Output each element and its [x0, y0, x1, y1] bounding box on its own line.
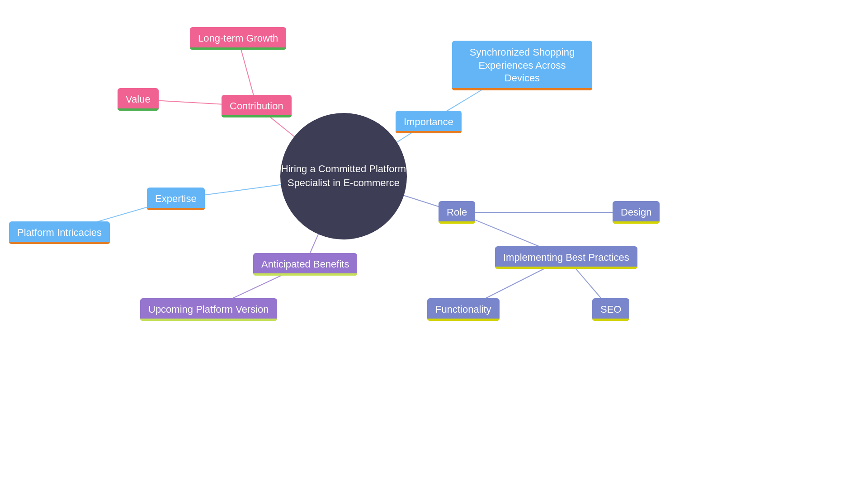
seo-node[interactable]: SEO: [592, 298, 629, 321]
center-node: Hiring a Committed Platform Specialist i…: [280, 113, 407, 239]
importance-label: Importance: [404, 116, 453, 128]
synchronized-label: Synchronized Shopping Experiences Across…: [460, 46, 584, 85]
long-term-growth-node[interactable]: Long-term Growth: [190, 27, 286, 50]
platform-intricacies-node[interactable]: Platform Intricacies: [9, 221, 110, 244]
upcoming-platform-label: Upcoming Platform Version: [148, 304, 269, 315]
platform-intricacies-label: Platform Intricacies: [17, 227, 102, 239]
implementing-best-label: Implementing Best Practices: [503, 252, 629, 263]
implementing-best-node[interactable]: Implementing Best Practices: [495, 246, 637, 269]
contribution-node[interactable]: Contribution: [222, 95, 292, 117]
functionality-node[interactable]: Functionality: [427, 298, 500, 321]
design-label: Design: [621, 206, 651, 218]
value-label: Value: [126, 94, 151, 105]
upcoming-platform-node[interactable]: Upcoming Platform Version: [140, 298, 277, 321]
anticipated-benefits-label: Anticipated Benefits: [261, 258, 349, 270]
role-label: Role: [447, 206, 467, 218]
importance-node[interactable]: Importance: [396, 111, 462, 133]
design-node[interactable]: Design: [613, 201, 660, 224]
functionality-label: Functionality: [435, 304, 491, 315]
expertise-node[interactable]: Expertise: [147, 188, 205, 210]
expertise-label: Expertise: [155, 193, 197, 205]
long-term-growth-label: Long-term Growth: [198, 33, 278, 44]
synchronized-node[interactable]: Synchronized Shopping Experiences Across…: [452, 41, 592, 90]
role-node[interactable]: Role: [439, 201, 475, 224]
contribution-label: Contribution: [230, 100, 283, 112]
center-label: Hiring a Committed Platform Specialist i…: [280, 162, 407, 190]
value-node[interactable]: Value: [118, 88, 159, 111]
seo-label: SEO: [600, 304, 621, 315]
anticipated-benefits-node[interactable]: Anticipated Benefits: [253, 253, 357, 276]
